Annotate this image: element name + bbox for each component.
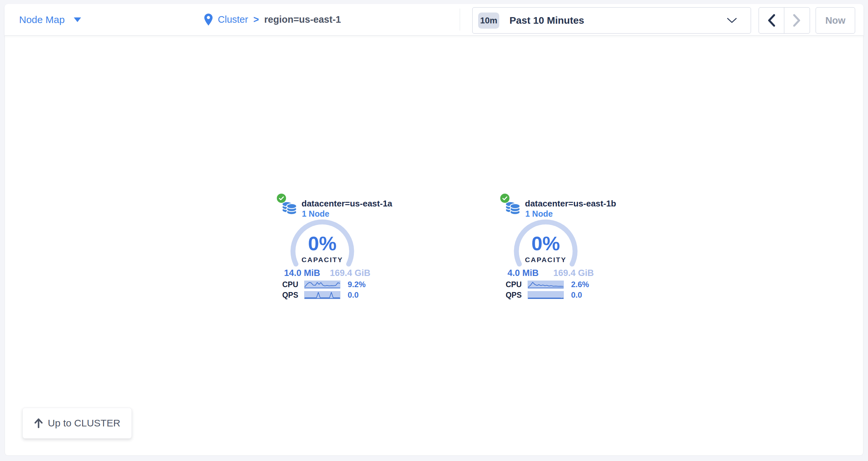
node-map-app: Node Map Cluster > region=us-east-1 10m … bbox=[0, 0, 868, 461]
cpu-value: 2.6% bbox=[571, 280, 589, 289]
now-button[interactable]: Now bbox=[816, 7, 855, 34]
cpu-label: CPU bbox=[276, 280, 298, 289]
cpu-metric-row: CPU 2.6% bbox=[500, 280, 598, 289]
time-nav-group bbox=[758, 7, 810, 34]
time-range-dropdown[interactable]: 10m Past 10 Minutes bbox=[472, 7, 751, 34]
header-bar: Node Map Cluster > region=us-east-1 10m … bbox=[5, 4, 863, 36]
header-divider bbox=[460, 8, 460, 31]
qps-label: QPS bbox=[276, 291, 298, 300]
cpu-sparkline bbox=[304, 281, 340, 289]
arrow-up-icon bbox=[34, 418, 43, 428]
capacity-total: 169.4 GiB bbox=[330, 268, 370, 277]
cpu-label: CPU bbox=[500, 280, 522, 289]
time-back-button[interactable] bbox=[759, 7, 784, 33]
qps-sparkline bbox=[528, 291, 564, 299]
qps-value: 0.0 bbox=[348, 290, 359, 300]
caret-down-icon bbox=[74, 18, 81, 22]
qps-label: QPS bbox=[500, 291, 522, 300]
capacity-label: CAPACITY bbox=[286, 256, 359, 264]
capacity-used: 4.0 MiB bbox=[507, 268, 539, 277]
time-range-label: Past 10 Minutes bbox=[509, 15, 584, 26]
view-selector-dropdown[interactable]: Node Map bbox=[19, 4, 81, 35]
up-to-cluster-label: Up to CLUSTER bbox=[48, 418, 120, 429]
capacity-percentage: 0% bbox=[509, 233, 582, 254]
capacity-percentage: 0% bbox=[286, 233, 359, 254]
datacenter-group-us-east-1a[interactable]: datacenter=us-east-1a 1 Node 0% CAPACITY… bbox=[276, 189, 375, 303]
time-forward-button[interactable] bbox=[784, 7, 809, 33]
breadcrumb: Cluster > region=us-east-1 bbox=[204, 4, 341, 35]
breadcrumb-current: region=us-east-1 bbox=[264, 14, 341, 25]
cpu-sparkline bbox=[528, 281, 564, 289]
check-icon bbox=[279, 196, 284, 201]
qps-value: 0.0 bbox=[571, 290, 582, 300]
up-to-cluster-button[interactable]: Up to CLUSTER bbox=[23, 408, 132, 439]
qps-sparkline bbox=[304, 291, 340, 299]
capacity-values: 14.0 MiB 169.4 GiB bbox=[284, 268, 370, 277]
check-icon bbox=[502, 196, 507, 201]
location-pin-icon bbox=[204, 13, 213, 26]
breadcrumb-cluster-link[interactable]: Cluster bbox=[218, 14, 248, 25]
chevron-right-icon bbox=[793, 14, 801, 27]
view-selector-label: Node Map bbox=[19, 14, 65, 25]
healthy-status-badge bbox=[276, 193, 287, 203]
cpu-metric-row: CPU 9.2% bbox=[276, 280, 375, 289]
main-panel bbox=[5, 4, 863, 456]
chevron-left-icon bbox=[767, 14, 776, 27]
qps-metric-row: QPS 0.0 bbox=[276, 291, 375, 299]
breadcrumb-separator: > bbox=[253, 14, 259, 25]
cpu-value: 9.2% bbox=[348, 280, 366, 289]
datacenter-name: datacenter=us-east-1a bbox=[302, 199, 392, 208]
datacenter-name: datacenter=us-east-1b bbox=[525, 199, 616, 208]
time-range-badge: 10m bbox=[478, 12, 499, 29]
capacity-values: 4.0 MiB 169.4 GiB bbox=[507, 268, 594, 277]
chevron-down-icon bbox=[726, 17, 738, 24]
qps-metric-row: QPS 0.0 bbox=[500, 291, 598, 299]
capacity-total: 169.4 GiB bbox=[553, 268, 594, 277]
healthy-status-badge bbox=[500, 193, 510, 203]
capacity-label: CAPACITY bbox=[509, 256, 582, 264]
datacenter-group-us-east-1b[interactable]: datacenter=us-east-1b 1 Node 0% CAPACITY… bbox=[500, 189, 598, 303]
capacity-used: 14.0 MiB bbox=[284, 268, 320, 277]
